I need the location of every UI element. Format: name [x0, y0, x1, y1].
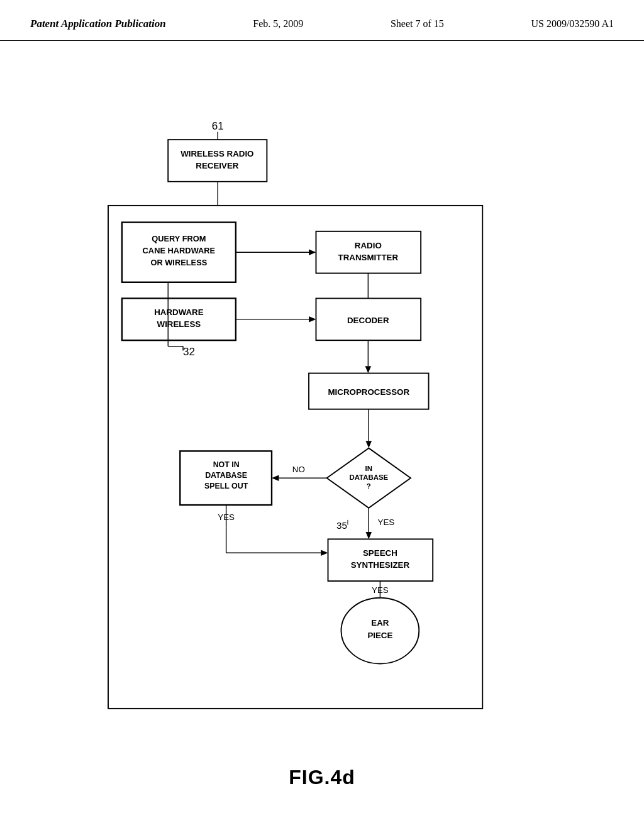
diagram-area: 61 WIRELESS RADIO RECEIVER QUERY FROM CA… — [0, 41, 644, 795]
page-header: Patent Application Publication Feb. 5, 2… — [0, 0, 644, 41]
text-radio-transmitter-2: TRANSMITTER — [338, 253, 399, 262]
text-speech-synth-1: SPEECH — [363, 548, 397, 558]
text-radio-transmitter-1: RADIO — [355, 241, 382, 250]
publication-title: Patent Application Publication — [30, 18, 166, 30]
text-not-in-db-2: DATABASE — [205, 471, 247, 480]
label-no: NO — [292, 465, 305, 474]
text-microprocessor: MICROPROCESSOR — [328, 387, 409, 397]
text-speech-synth-2: SYNTHESIZER — [351, 560, 410, 570]
text-in-database-2: DATABASE — [349, 473, 388, 481]
patent-number: US 2009/032590 A1 — [531, 18, 614, 30]
figure-caption: FIG.4d — [289, 766, 355, 789]
label-yes-db: YES — [378, 517, 395, 527]
text-query-1: QUERY FROM — [152, 234, 206, 243]
text-not-in-db-1: NOT IN — [213, 460, 240, 469]
text-ear-piece-1: EAR — [371, 618, 389, 628]
text-query-3: OR WIRELESS — [150, 258, 207, 267]
label-35: 35 — [336, 520, 347, 531]
publication-date: Feb. 5, 2009 — [253, 18, 303, 30]
text-hardware-wireless-2: WIRELESS — [157, 319, 201, 329]
text-in-database-1: IN — [365, 465, 372, 472]
text-not-in-db-3: SPELL OUT — [204, 482, 248, 490]
text-in-database-3: ? — [367, 482, 371, 490]
text-wireless-radio-receiver-1: WIRELESS RADIO — [180, 149, 253, 158]
label-61: 61 — [212, 119, 224, 132]
text-wireless-radio-receiver-2: RECEIVER — [196, 161, 239, 170]
text-decoder: DECODER — [347, 316, 389, 325]
text-ear-piece-2: PIECE — [367, 631, 392, 640]
text-query-2: CANE HARDWARE — [143, 246, 216, 255]
label-32: 32 — [183, 345, 195, 358]
flowchart-svg: 61 WIRELESS RADIO RECEIVER QUERY FROM CA… — [0, 41, 644, 795]
sheet-number: Sheet 7 of 15 — [391, 18, 444, 30]
text-hardware-wireless-1: HARDWARE — [154, 307, 204, 317]
